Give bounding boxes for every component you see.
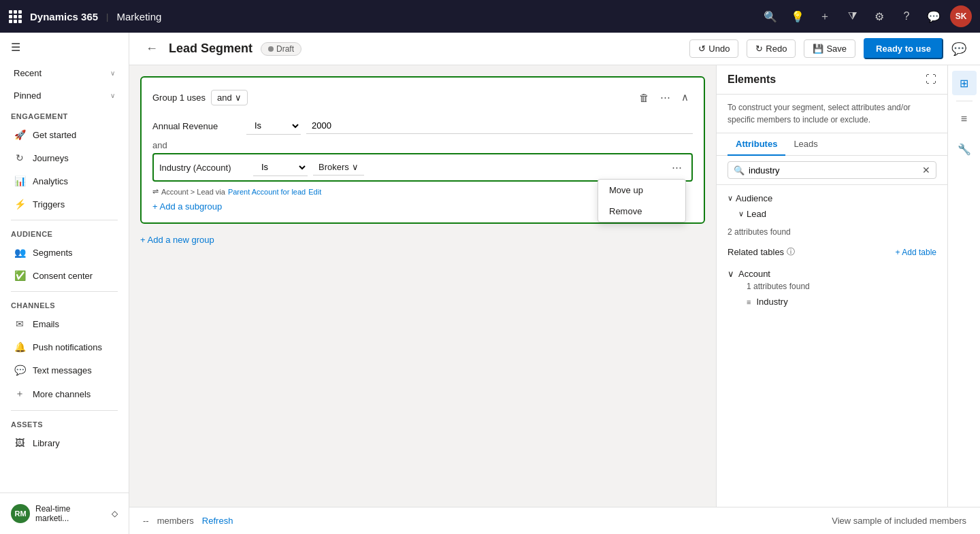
tab-leads[interactable]: Leads bbox=[785, 133, 826, 156]
condition-1-operator[interactable]: Is bbox=[246, 117, 301, 135]
help-icon[interactable]: ? bbox=[896, 5, 917, 27]
via-edit[interactable]: Edit bbox=[308, 188, 321, 196]
search-icon[interactable]: 🔍 bbox=[760, 5, 781, 27]
condition-row-2-wrapper: Industry (Account) Is Brokers ∨ ⋯ bbox=[152, 153, 693, 182]
save-button[interactable]: 💾 Save bbox=[804, 39, 855, 58]
segments-icon: 👥 bbox=[14, 247, 26, 258]
sidebar-item-push[interactable]: 🔔 Push notifications bbox=[3, 336, 126, 358]
chat-icon[interactable]: 💬 bbox=[923, 5, 945, 27]
refresh-button[interactable]: Refresh bbox=[202, 516, 233, 526]
far-divider bbox=[956, 101, 973, 101]
far-right-panel: ⊞ ≡ 🔧 bbox=[947, 65, 980, 507]
group-actions: 🗑 ⋯ ∧ bbox=[635, 88, 693, 106]
user-avatar[interactable]: SK bbox=[950, 5, 972, 27]
more-group-button[interactable]: ⋯ bbox=[656, 88, 674, 106]
plus-icon[interactable]: ＋ bbox=[814, 5, 836, 27]
workspace-icon: ◇ bbox=[112, 509, 118, 518]
app-name: Marketing bbox=[116, 11, 161, 22]
lightbulb-icon[interactable]: 💡 bbox=[787, 5, 808, 27]
sidebar-item-analytics[interactable]: 📊 Analytics bbox=[3, 170, 126, 192]
sidebar-divider-2 bbox=[11, 291, 118, 292]
add-table-button[interactable]: + Add table bbox=[896, 248, 936, 257]
group-header: Group 1 uses and ∨ 🗑 ⋯ ∧ bbox=[152, 88, 693, 106]
pinned-chevron: ∨ bbox=[110, 92, 115, 99]
assets-section-label: Assets bbox=[0, 415, 129, 431]
far-table-icon[interactable]: ⊞ bbox=[952, 71, 977, 95]
collapse-group-button[interactable]: ∧ bbox=[677, 88, 693, 106]
search-input[interactable] bbox=[749, 165, 918, 176]
content-area: ← Lead Segment Draft ↺ Undo ↻ Redo 💾 Sav… bbox=[129, 33, 980, 534]
sidebar-bottom: RM Real-time marketi... ◇ bbox=[0, 493, 129, 534]
panel-search: 🔍 ✕ bbox=[717, 156, 947, 185]
undo-button[interactable]: ↺ Undo bbox=[689, 39, 738, 58]
emails-icon: ✉ bbox=[14, 318, 26, 329]
gear-icon[interactable]: ⚙ bbox=[868, 5, 890, 27]
sidebar-item-sms[interactable]: 💬 Text messages bbox=[3, 359, 126, 381]
journeys-icon: ↻ bbox=[14, 152, 26, 163]
remove-item[interactable]: Remove bbox=[598, 201, 685, 222]
sidebar-item-segments[interactable]: 👥 Segments bbox=[3, 241, 126, 263]
members-label: members bbox=[157, 516, 194, 526]
filter-icon[interactable]: ⧩ bbox=[841, 5, 863, 27]
sidebar-item-get-started[interactable]: 🚀 Get started bbox=[3, 124, 126, 146]
search-box: 🔍 ✕ bbox=[728, 161, 936, 179]
sidebar-bottom-item[interactable]: RM Real-time marketi... ◇ bbox=[3, 499, 126, 529]
sidebar-item-library[interactable]: 🖼 Library bbox=[3, 432, 126, 454]
grid-icon[interactable] bbox=[8, 10, 22, 23]
account-count: 1 attributes found bbox=[728, 282, 936, 291]
brand-name: Dynamics 365 bbox=[30, 11, 98, 22]
audience-section-header[interactable]: ∨ Audience bbox=[728, 190, 936, 206]
sidebar-hamburger[interactable]: ☰ bbox=[0, 33, 129, 62]
ready-to-use-button[interactable]: Ready to use bbox=[864, 38, 943, 59]
group-operator[interactable]: and ∨ bbox=[211, 90, 248, 105]
audience-chevron: ∨ bbox=[728, 194, 733, 203]
right-panel-desc: To construct your segment, select attrib… bbox=[717, 95, 947, 133]
sidebar-item-pinned[interactable]: Pinned ∨ bbox=[3, 85, 126, 106]
condition-2-more-button[interactable]: ⋯ bbox=[668, 158, 686, 176]
move-up-item[interactable]: Move up bbox=[598, 180, 685, 201]
lead-section-header[interactable]: ∨ Lead bbox=[728, 206, 936, 222]
sidebar-item-more-channels[interactable]: ＋ More channels bbox=[3, 382, 126, 405]
push-icon: 🔔 bbox=[14, 341, 26, 352]
condition-2-operator[interactable]: Is bbox=[253, 158, 308, 176]
sidebar-item-journeys[interactable]: ↻ Journeys bbox=[3, 147, 126, 169]
via-link[interactable]: Parent Account for lead bbox=[228, 188, 306, 196]
panel-expand-icon[interactable]: ⛶ bbox=[926, 73, 936, 86]
account-label: Account bbox=[738, 269, 770, 279]
delete-group-button[interactable]: 🗑 bbox=[635, 88, 653, 106]
lead-label: Lead bbox=[747, 209, 766, 219]
header-chat-icon[interactable]: 💬 bbox=[951, 41, 966, 56]
via-icon: ⇌ bbox=[152, 187, 159, 196]
add-group-button[interactable]: + Add a new group bbox=[140, 235, 705, 245]
sidebar-item-consent[interactable]: ✅ Consent center bbox=[3, 265, 126, 286]
far-list-icon[interactable]: ≡ bbox=[952, 107, 977, 131]
right-panel: Elements ⛶ To construct your segment, se… bbox=[716, 65, 947, 507]
condition-2-value-dropdown[interactable]: Brokers ∨ bbox=[313, 159, 364, 176]
account-chevron: ∨ bbox=[728, 269, 734, 279]
search-clear-icon[interactable]: ✕ bbox=[922, 165, 930, 176]
attribute-industry[interactable]: ≡ Industry bbox=[728, 294, 936, 310]
topbar: Dynamics 365 | Marketing 🔍 💡 ＋ ⧩ ⚙ ? 💬 S… bbox=[0, 0, 980, 33]
sidebar-item-emails[interactable]: ✉ Emails bbox=[3, 313, 126, 335]
back-button[interactable]: ← bbox=[143, 39, 161, 59]
members-prefix: -- bbox=[143, 516, 149, 526]
sample-button[interactable]: View sample of included members bbox=[832, 516, 966, 526]
content-split: Group 1 uses and ∨ 🗑 ⋯ ∧ Annual bbox=[129, 65, 980, 507]
condition-1-value[interactable] bbox=[306, 118, 693, 134]
segment-canvas: Group 1 uses and ∨ 🗑 ⋯ ∧ Annual bbox=[129, 65, 716, 507]
condition-2-value: Brokers bbox=[318, 162, 349, 172]
sidebar-item-triggers[interactable]: ⚡ Triggers bbox=[3, 193, 126, 215]
account-header[interactable]: ∨ Account bbox=[728, 266, 936, 282]
context-menu: Move up Remove bbox=[598, 179, 686, 222]
sidebar-item-recent[interactable]: Recent ∨ bbox=[3, 63, 126, 84]
get-started-icon: 🚀 bbox=[14, 129, 26, 140]
tab-attributes[interactable]: Attributes bbox=[728, 133, 785, 156]
operator-value: and bbox=[217, 93, 232, 103]
triggers-icon: ⚡ bbox=[14, 199, 26, 210]
condition-2-attr: Industry (Account) bbox=[159, 163, 248, 173]
far-filter-icon[interactable]: 🔧 bbox=[952, 137, 977, 161]
panel-tabs: Attributes Leads bbox=[717, 133, 947, 156]
redo-button[interactable]: ↻ Redo bbox=[747, 39, 796, 58]
condition-1-attr: Annual Revenue bbox=[152, 121, 241, 131]
audience-section: ∨ Audience ∨ Lead bbox=[717, 185, 947, 227]
